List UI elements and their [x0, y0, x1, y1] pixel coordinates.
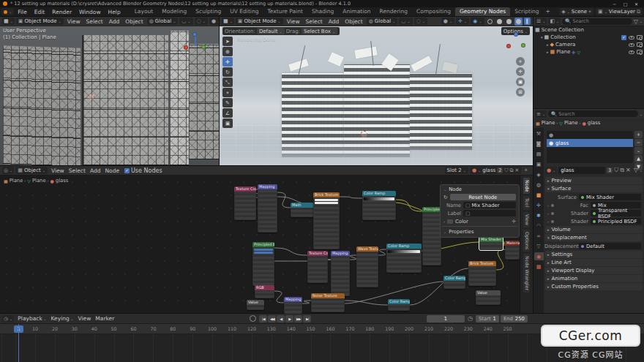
- properties-tab-texture[interactable]: ▩: [534, 263, 544, 271]
- view-layer-selector[interactable]: ▣ ⌄ ViewLayer ⧉: [596, 8, 643, 15]
- panel-viewport-display[interactable]: ▸Viewport Display: [545, 267, 643, 274]
- node-rgb[interactable]: RGB: [255, 285, 274, 298]
- tab-scripting[interactable]: Scripting: [510, 7, 543, 16]
- panel-custom-properties[interactable]: ▸Custom Properties: [545, 283, 643, 290]
- fake-user-icon[interactable]: ⛉: [504, 167, 508, 173]
- viewport-menu-add[interactable]: Add: [326, 18, 342, 25]
- breadcrumb-item[interactable]: Plane: [10, 178, 23, 184]
- orientation-dropdown[interactable]: ◍Global⌄: [147, 18, 179, 25]
- tab-shading[interactable]: Shading: [307, 7, 338, 16]
- tool-transform[interactable]: ⌖: [222, 88, 233, 97]
- gizmo-dropdown[interactable]: ✛⌄: [456, 18, 469, 25]
- move-slot-up-button[interactable]: ▲: [634, 155, 643, 162]
- node-value[interactable]: Value: [476, 290, 501, 305]
- panel-line-art[interactable]: ▸Line Art: [545, 259, 643, 266]
- outliner-filter-menu[interactable]: ◧⌄: [548, 18, 561, 25]
- outliner-display-mode[interactable]: ☰⌄: [535, 18, 547, 25]
- slot-dropdown[interactable]: Slot 2 ⌄: [445, 167, 468, 174]
- tool-tweak[interactable]: ➤: [222, 37, 233, 46]
- material-slot[interactable]: ●glass: [547, 139, 633, 147]
- property-value[interactable]: Principled BSDF: [591, 218, 641, 225]
- shader-material-selector[interactable]: ● ⌄ glass 2 ⛉ ⧉ ✕: [470, 167, 522, 174]
- shading-material-preview-button[interactable]: [505, 18, 513, 26]
- viewport-menu-view[interactable]: View: [285, 18, 302, 25]
- node-canvas[interactable]: Texture CoordinateMappingMathBrick Textu…: [0, 176, 520, 314]
- timeline-editor-type[interactable]: ◷⌄: [2, 315, 14, 323]
- unlink-icon[interactable]: ✕: [626, 167, 631, 173]
- viewport-left-canvas[interactable]: User Perspective (1) Collection | Plane: [0, 26, 219, 165]
- outliner-row-collection[interactable]: ▾▦Collection✓: [533, 34, 644, 41]
- new-material-icon[interactable]: ⧉: [620, 167, 624, 174]
- proportional-editing-toggle[interactable]: ◌⌄: [195, 18, 208, 25]
- node-principled-bsdf[interactable]: Principled BSDF: [252, 242, 274, 286]
- unlink-icon[interactable]: ✕: [515, 167, 520, 173]
- tab-layout[interactable]: Layout: [130, 7, 158, 16]
- tool-move[interactable]: ✛: [222, 57, 233, 67]
- properties-tab-physics[interactable]: ◠: [534, 222, 544, 230]
- minimize-button[interactable]: ─: [610, 1, 619, 7]
- mode-dropdown[interactable]: ▣Object Mode⌄: [236, 18, 283, 25]
- menu-render[interactable]: Render: [48, 9, 75, 15]
- properties-tab-view-layer[interactable]: ▣: [534, 160, 544, 168]
- node-brick-texture[interactable]: Brick Texture: [313, 192, 340, 249]
- viewport-right-canvas[interactable]: Rendering Done Orientation: Default ⌄ Dr…: [220, 26, 533, 165]
- shading-solid-button[interactable]: [495, 18, 503, 26]
- use-nodes-toggle[interactable]: ✓ Use Nodes: [124, 167, 162, 174]
- proportional-editing-toggle[interactable]: ◌⌄: [414, 18, 427, 25]
- panel-surface[interactable]: ▾Surface: [545, 185, 643, 192]
- properties-tab-modifiers[interactable]: ✢: [534, 201, 544, 209]
- add-workspace-button[interactable]: +: [544, 7, 553, 16]
- gizmo-y-handle[interactable]: [201, 45, 206, 49]
- reset-node-button[interactable]: Reset Node: [450, 194, 516, 200]
- remove-slot-button[interactable]: −: [634, 139, 643, 146]
- tool-cursor[interactable]: ⊕: [222, 47, 233, 56]
- new-material-icon[interactable]: ⧉: [510, 167, 514, 173]
- add-slot-button[interactable]: +: [634, 131, 643, 138]
- tab-geometry-nodes[interactable]: Geometry Nodes: [455, 7, 510, 16]
- slot-specials-button[interactable]: ⌄: [634, 147, 643, 154]
- tab-sculpting[interactable]: Sculpting: [191, 7, 225, 16]
- outliner-row-plane[interactable]: ▸▦Plane✢▽: [533, 48, 644, 56]
- mode-dropdown[interactable]: ▣Object Mode⌄: [16, 18, 64, 25]
- material-users-count[interactable]: 3: [607, 167, 613, 173]
- node-texture-coordinate[interactable]: Texture Coordinate: [234, 186, 256, 220]
- nav-zoom-button[interactable]: +: [516, 57, 525, 66]
- side-tab-tool[interactable]: Tool: [523, 196, 529, 209]
- node-texture-coordinate[interactable]: Texture Coordinate: [307, 251, 328, 283]
- viewport-menu-object[interactable]: Object: [123, 18, 145, 25]
- viewport-menu-view[interactable]: View: [65, 18, 83, 25]
- timeline-menu-playback[interactable]: Playback ⌄: [15, 315, 48, 322]
- shader-type-dropdown[interactable]: ▦ Object ⌄: [15, 167, 48, 174]
- overlays-dropdown[interactable]: ◉⌄: [471, 18, 484, 25]
- panel-volume[interactable]: ▸Volume: [545, 226, 643, 233]
- outliner-row-camera[interactable]: ▸◆Camera: [533, 41, 644, 48]
- tool-annotate[interactable]: ✎: [222, 98, 233, 108]
- color-panel-header[interactable]: › Color ✛: [441, 217, 519, 225]
- nav-pan-button[interactable]: ✛: [516, 67, 525, 76]
- properties-tab-particles[interactable]: ✱: [534, 211, 544, 219]
- material-slot[interactable]: ●: [547, 131, 633, 139]
- node-mapping[interactable]: Mapping: [258, 184, 277, 233]
- jump-to-start-button[interactable]: |◀: [259, 315, 267, 323]
- timeline-menu-marker[interactable]: Marker: [93, 315, 116, 322]
- keyframe-clock-icon[interactable]: ◷: [465, 315, 476, 322]
- node-brick-texture[interactable]: Brick Texture: [468, 261, 496, 286]
- hide-viewport-toggle[interactable]: [629, 50, 634, 54]
- node-mapping[interactable]: Mapping: [284, 297, 302, 314]
- shader-menu-select[interactable]: Select: [67, 167, 88, 174]
- properties-tab-output[interactable]: ▤: [534, 150, 544, 158]
- pin-icon[interactable]: ⌖: [588, 9, 591, 15]
- orientation-dropdown[interactable]: ◍Global⌄: [367, 18, 398, 25]
- playhead[interactable]: [18, 324, 19, 362]
- tab-uv-editing[interactable]: UV Editing: [225, 7, 263, 16]
- shading-wireframe-button[interactable]: [486, 18, 494, 26]
- material-browse-dropdown[interactable]: ●⌄: [545, 167, 557, 174]
- tab-texture-paint[interactable]: Texture Paint: [263, 7, 307, 16]
- viewport-menu-add[interactable]: Add: [107, 18, 122, 25]
- collection-checkbox[interactable]: ✓: [621, 35, 626, 40]
- node-principled-bsdf[interactable]: Principled BSDF: [422, 207, 441, 265]
- tool-scale[interactable]: ⤡: [222, 78, 233, 87]
- side-tab-node[interactable]: Node: [523, 178, 529, 194]
- nav-camera-view-button[interactable]: ▣: [516, 78, 525, 86]
- shader-menu-view[interactable]: View: [49, 167, 67, 174]
